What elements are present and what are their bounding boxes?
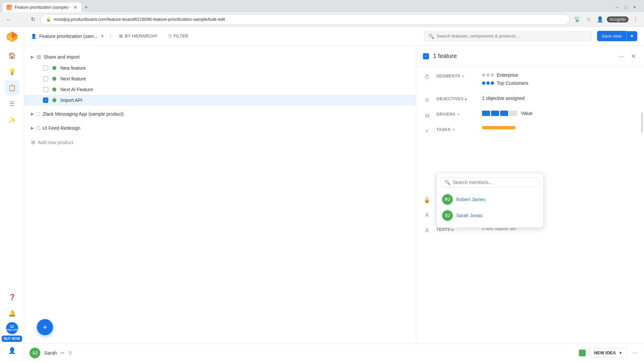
dot-b3 [491,81,494,85]
reload-button[interactable]: ↻ [28,15,38,24]
feature-name-1: New feature [60,65,86,71]
drivers-bar: Value [482,111,637,116]
maximize-button[interactable]: □ [622,3,630,11]
chevron-down-icon: ▶ [31,55,34,59]
sidebar-insights-item[interactable]: ☰ [5,97,19,111]
driver-block-4 [509,111,517,116]
board-icon: 👤 [31,34,37,39]
segments-icon: ⏱ [423,73,431,81]
dropdown-search-input[interactable] [453,180,536,185]
minimize-button[interactable]: ─ [613,3,621,11]
bottom-more-button[interactable]: ··· [631,348,639,358]
sidebar-avatar[interactable]: 👤 [5,343,19,358]
panel-row-drivers: ⊟ DRIVERS ▼ Value [423,111,637,119]
fab-add-button[interactable]: + [37,319,53,335]
group-header-zlack[interactable]: ▶ □ Zlack Messaging App (sample product) [24,108,416,120]
tasks-icon: ✓ [423,127,431,135]
lock-icon: 🔒 [46,17,51,22]
feature-row-3[interactable]: Next AI Feature [24,84,416,95]
dropdown-member-robert[interactable]: RJ Robert James [441,191,539,207]
save-view-button[interactable]: Save view [597,31,626,41]
feature-checkbox-4[interactable]: ✓ [43,98,48,103]
panel-close-button[interactable]: ✕ [630,51,637,61]
browser-chrome: Feature prioritization (sample) - ✕ + ─ … [0,0,644,27]
dropdown-member-sarah[interactable]: SJ Sarah Jonas [441,207,539,224]
feature-row-4[interactable]: ✓ Import API [24,95,416,106]
new-idea-button[interactable]: NEW IDEA ▼ [590,348,627,358]
search-input[interactable] [437,34,587,39]
driver-block-2 [491,111,499,116]
panel-checkbox[interactable]: ✓ [423,53,429,59]
sidebar-home-item[interactable]: 🏠 [5,48,19,63]
profile-icon[interactable]: 👤 [595,15,605,24]
bottom-color-box [579,350,586,356]
feature-dot-4 [52,98,56,102]
new-tab-button[interactable]: + [82,3,91,12]
new-idea-label: NEW IDEA [594,350,616,355]
sidebar-help-item[interactable]: ❓ [5,290,19,305]
hierarchy-button[interactable]: ⊞ BY HIERARCHY [116,32,160,40]
bookmark-icon[interactable]: ☆ [584,15,593,24]
panel-row-segments: ⏱ SEGMENTS ▼ [423,72,637,88]
dot-3 [491,73,494,77]
tab-favicon [7,5,12,10]
driver-value-label: Value [521,111,533,116]
feature-row-1[interactable]: New feature [24,63,416,73]
dropdown-search-box: 🔍 [441,177,539,187]
buy-now-button[interactable]: BUY NOW [2,336,22,342]
menu-icon[interactable]: ⋮ [631,15,640,24]
segment-enterprise-name: Enterprise [497,72,518,78]
group-header-share-import[interactable]: ▶ ⊞ Share and import [24,51,416,63]
save-view-arrow-button[interactable]: ▼ [626,31,637,41]
filter-button[interactable]: ▽ FILTER [166,32,191,40]
back-button[interactable]: ← [4,15,13,24]
group-box-icon-ui: □ [37,125,40,131]
main-area: 👤 Feature prioritization (sam... ▼ | ⊞ B… [24,27,644,362]
bottom-username: Sarah [44,350,57,356]
sidebar-objectives-item[interactable]: 💡 [5,64,19,79]
sidebar-features-item[interactable]: 📋 [5,80,19,95]
forward-button[interactable]: → [16,15,25,24]
member-name-sarah: Sarah Jonas [456,213,483,218]
address-bar[interactable]: 🔒 moodjoy.productboard.com/feature-board… [40,14,570,25]
feature-checkbox-1[interactable] [43,65,48,71]
designer-icon: A [423,211,431,219]
right-panel: ✓ 1 feature ··· ✕ ⏱ SEGMENTS ▼ [416,46,644,343]
app-logo[interactable] [6,31,18,44]
panel-more-button[interactable]: ··· [617,51,626,61]
dot-2 [486,73,490,77]
panel-scrollbar[interactable] [641,46,644,343]
board-title-chevron[interactable]: ▼ [100,34,104,39]
dot-1 [482,73,485,77]
add-product-row[interactable]: ⊕ Add new product [24,136,416,148]
left-sidebar: 🏠 💡 📋 ☰ ✨ ❓ 🔔 12 days left BUY NOW 👤 [0,27,24,362]
dropdown-search-icon: 🔍 [444,180,450,185]
browser-tab-active[interactable]: Feature prioritization (sample) - ✕ [3,3,82,12]
cast-icon[interactable]: 📡 [573,15,582,24]
segments-label: SEGMENTS ▼ [436,72,477,78]
incognito-badge[interactable]: Incognito [607,16,629,22]
board-title-text: Feature prioritization (sam... [39,34,98,39]
feature-dot-2 [52,77,56,81]
board-title[interactable]: 👤 Feature prioritization (sam... ▼ [31,34,104,39]
sidebar-notifications-item[interactable]: 🔔 [5,306,19,321]
top-bar-divider: | [110,33,111,39]
save-view-container: Save view ▼ [597,31,637,41]
feature-checkbox-2[interactable] [43,76,48,81]
objectives-value: 1 objective assigned [482,94,525,101]
content-area: ▶ ⊞ Share and import New feature Next fe… [24,46,644,343]
browser-tabs: Feature prioritization (sample) - ✕ + ─ … [0,0,644,12]
feature-checkbox-3[interactable] [43,87,48,92]
sidebar-integrations-item[interactable]: ✨ [5,113,19,127]
tab-close-icon[interactable]: ✕ [73,5,77,10]
panel-header: ✓ 1 feature ··· ✕ [416,46,644,67]
search-icon: 🔍 [428,34,434,39]
objectives-icon: ⊙ [423,96,431,104]
group-header-ui-feed[interactable]: ▶ □ UI Feed Redesign [24,122,416,134]
segment-enterprise: Enterprise [482,72,637,78]
add-product-icon: ⊕ [31,139,35,145]
close-button[interactable]: ✕ [631,3,639,11]
feature-dot-3 [52,87,56,92]
driver-block-3 [500,111,508,116]
feature-row-2[interactable]: Next feature [24,73,416,84]
